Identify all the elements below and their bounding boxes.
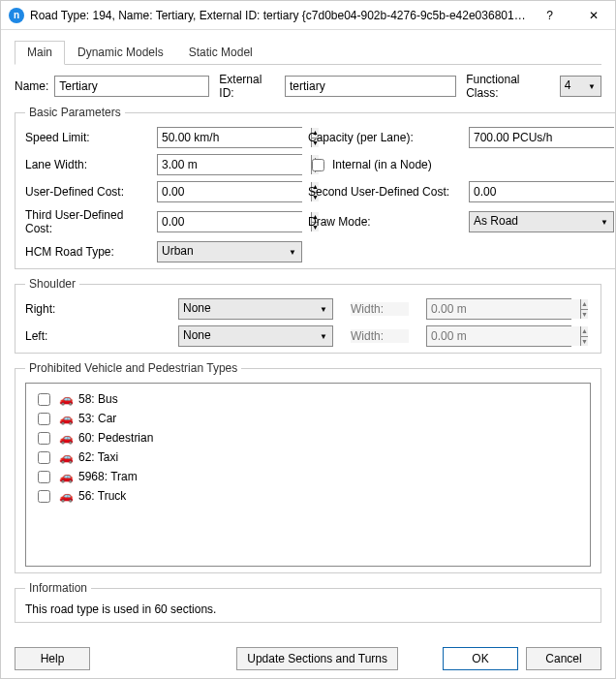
help-button[interactable]: ? — [528, 1, 571, 30]
shoulder-right-label: Right: — [25, 302, 161, 316]
shoulder-left-width-input: ▲▼ — [426, 325, 571, 347]
speed-limit-label: Speed Limit: — [25, 131, 151, 144]
drawmode-value: As Road — [470, 212, 596, 231]
funcclass-select[interactable]: 4 ▼ — [560, 76, 601, 97]
extid-label: External ID: — [219, 73, 279, 100]
prohibited-legend: Prohibited Vehicle and Pedestrian Types — [25, 361, 241, 375]
spin-up-icon: ▲ — [581, 326, 588, 337]
udc3-input[interactable]: ▲▼ — [157, 211, 302, 232]
internal-label: Internal (in a Node) — [332, 158, 432, 171]
tab-static-model[interactable]: Static Model — [176, 41, 265, 65]
list-item[interactable]: 🚗 5968: Tram — [34, 467, 582, 486]
chevron-down-icon: ▼ — [315, 326, 332, 346]
capacity-label: Capacity (per Lane): — [308, 131, 463, 144]
vehicle-icon: 🚗 — [59, 489, 73, 503]
shoulder-left-width-value — [427, 326, 580, 346]
hcm-label: HCM Road Type: — [25, 245, 151, 259]
shoulder-right-width-label: Width: — [351, 302, 409, 316]
shoulder-left-width-label: Width: — [351, 329, 409, 343]
drawmode-label: Draw Mode: — [308, 215, 463, 229]
capacity-value[interactable] — [470, 128, 616, 147]
chevron-down-icon: ▼ — [596, 212, 613, 231]
titlebar: n Road Type: 194, Name: Tertiary, Extern… — [1, 1, 615, 30]
vehicle-icon: 🚗 — [59, 470, 73, 483]
speed-limit-input[interactable]: ▲▼ — [157, 127, 302, 148]
funcclass-value: 4 — [561, 77, 583, 96]
list-item-checkbox[interactable] — [38, 471, 50, 483]
lane-width-value[interactable] — [158, 155, 311, 174]
chevron-down-icon: ▼ — [315, 299, 332, 319]
information-text: This road type is used in 60 sections. — [25, 602, 591, 616]
prohibited-listbox[interactable]: 🚗 58: Bus 🚗 53: Car 🚗 60: Pedestrian 🚗 6… — [25, 383, 591, 567]
list-item-checkbox[interactable] — [38, 451, 50, 464]
basic-parameters-group: Basic Parameters Speed Limit: ▲▼ Capacit… — [15, 106, 616, 269]
shoulder-left-select[interactable]: None ▼ — [178, 325, 333, 347]
hcm-select[interactable]: Urban ▼ — [157, 241, 302, 262]
funcclass-label: Functional Class: — [466, 73, 554, 100]
hcm-value: Urban — [158, 242, 284, 262]
vehicle-icon: 🚗 — [59, 412, 73, 425]
udc-value[interactable] — [158, 182, 311, 201]
internal-checkbox[interactable] — [312, 159, 324, 171]
list-item-label: 56: Truck — [78, 489, 126, 503]
list-item[interactable]: 🚗 53: Car — [34, 409, 582, 428]
udc3-value[interactable] — [158, 212, 311, 231]
lane-width-input[interactable]: ▲▼ — [157, 154, 302, 175]
dialog-content: Main Dynamic Models Static Model Name: E… — [1, 30, 615, 639]
list-item-label: 60: Pedestrian — [78, 431, 153, 445]
window-title: Road Type: 194, Name: Tertiary, External… — [30, 9, 528, 22]
list-item[interactable]: 🚗 62: Taxi — [34, 448, 582, 467]
tab-main[interactable]: Main — [15, 41, 65, 65]
spin-up-icon: ▲ — [581, 299, 588, 310]
prohibited-group: Prohibited Vehicle and Pedestrian Types … — [15, 361, 601, 573]
list-item-checkbox[interactable] — [38, 393, 50, 406]
shoulder-legend: Shoulder — [25, 277, 79, 291]
shoulder-right-select[interactable]: None ▼ — [178, 298, 333, 320]
list-item-label: 58: Bus — [78, 392, 118, 406]
list-item-label: 53: Car — [78, 412, 116, 425]
vehicle-icon: 🚗 — [59, 392, 73, 406]
tab-dynamic-models[interactable]: Dynamic Models — [65, 41, 176, 65]
list-item-checkbox[interactable] — [38, 413, 50, 425]
capacity-input[interactable]: ▲▼ — [469, 127, 614, 148]
cancel-button[interactable]: Cancel — [526, 647, 601, 670]
header-row: Name: External ID: Functional Class: 4 ▼ — [15, 73, 601, 100]
extid-input[interactable] — [285, 76, 456, 97]
list-item[interactable]: 🚗 56: Truck — [34, 486, 582, 506]
app-icon: n — [9, 8, 24, 23]
udc3-label: Third User-Defined Cost: — [25, 208, 151, 235]
shoulder-left-value: None — [179, 326, 315, 346]
close-button[interactable]: ✕ — [571, 1, 615, 30]
lane-width-label: Lane Width: — [25, 158, 151, 171]
dialog-footer: Help Update Sections and Turns OK Cancel — [1, 639, 615, 678]
name-label: Name: — [15, 79, 48, 93]
shoulder-right-value: None — [179, 299, 315, 319]
list-item[interactable]: 🚗 58: Bus — [34, 389, 582, 409]
help-button[interactable]: Help — [15, 647, 90, 670]
udc2-input[interactable]: ▲▼ — [469, 181, 614, 202]
list-item[interactable]: 🚗 60: Pedestrian — [34, 428, 582, 448]
vehicle-icon: 🚗 — [59, 450, 73, 464]
udc2-value[interactable] — [470, 182, 616, 201]
udc2-label: Second User-Defined Cost: — [308, 185, 463, 199]
update-sections-button[interactable]: Update Sections and Turns — [236, 647, 398, 670]
shoulder-right-width-input: ▲▼ — [426, 298, 571, 320]
udc-input[interactable]: ▲▼ — [157, 181, 302, 202]
shoulder-left-label: Left: — [25, 329, 161, 343]
basic-legend: Basic Parameters — [25, 106, 125, 119]
spin-down-icon: ▼ — [581, 337, 588, 347]
drawmode-select[interactable]: As Road ▼ — [469, 211, 614, 232]
shoulder-group: Shoulder Right: None ▼ Width: ▲▼ Left: N… — [15, 277, 601, 354]
list-item-checkbox[interactable] — [38, 490, 50, 503]
chevron-down-icon: ▼ — [583, 77, 601, 96]
udc-label: User-Defined Cost: — [25, 185, 151, 199]
name-input[interactable] — [54, 76, 209, 97]
speed-limit-value[interactable] — [158, 128, 311, 147]
list-item-label: 62: Taxi — [78, 450, 118, 464]
information-group: Information This road type is used in 60… — [15, 581, 601, 623]
list-item-checkbox[interactable] — [38, 432, 50, 445]
tab-bar: Main Dynamic Models Static Model — [15, 40, 601, 65]
ok-button[interactable]: OK — [443, 647, 518, 670]
list-item-label: 5968: Tram — [78, 470, 138, 483]
information-legend: Information — [25, 581, 91, 595]
